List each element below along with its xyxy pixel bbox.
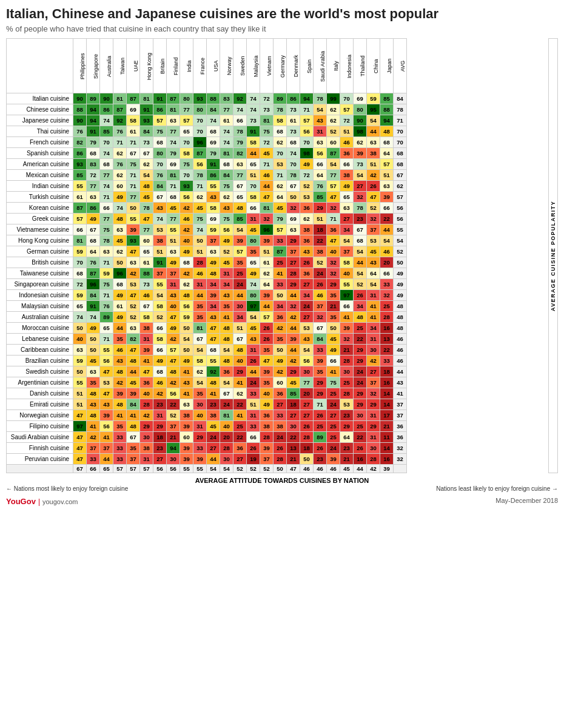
data-cell: 54 bbox=[193, 345, 207, 356]
data-cell: 68 bbox=[220, 159, 233, 170]
data-cell: 58 bbox=[140, 312, 153, 323]
data-cell: 33 bbox=[113, 443, 127, 454]
data-cell: 91 bbox=[247, 126, 260, 137]
data-cell: 59 bbox=[180, 312, 193, 323]
table-row: Turkish cuisine6163714977456768566243626… bbox=[7, 192, 407, 203]
data-cell: 27 bbox=[300, 410, 314, 421]
data-cell: 78 bbox=[354, 203, 367, 214]
data-cell: 44 bbox=[287, 323, 300, 334]
table-row: Greek cuisine574977485547747746756975853… bbox=[7, 214, 407, 224]
data-cell: 28 bbox=[140, 399, 153, 410]
data-cell: 21 bbox=[167, 432, 180, 443]
data-cell: 45 bbox=[127, 377, 140, 388]
data-cell: 35 bbox=[314, 366, 327, 377]
data-cell: 66 bbox=[100, 203, 113, 214]
table-row: Japanese cuisine909474925893576357707461… bbox=[7, 115, 407, 126]
date-label: May-December 2018 bbox=[495, 497, 558, 504]
data-cell: 31 bbox=[153, 410, 167, 421]
data-cell: 42 bbox=[367, 356, 380, 366]
data-cell: 23 bbox=[314, 454, 327, 465]
data-cell: 74 bbox=[87, 312, 100, 323]
data-cell: 52 bbox=[300, 181, 314, 192]
avg-cell: 78 bbox=[394, 104, 407, 115]
data-cell: 50 bbox=[73, 366, 87, 377]
data-cell: 68 bbox=[207, 126, 220, 137]
data-cell: 31 bbox=[193, 279, 207, 290]
data-cell: 48 bbox=[220, 323, 233, 334]
data-cell: 39 bbox=[380, 192, 394, 203]
row-label-taiwanese-cuisine: Taiwanese cuisine bbox=[7, 268, 73, 279]
data-cell: 61 bbox=[73, 192, 87, 203]
data-cell: 85 bbox=[100, 126, 113, 137]
data-cell: 30 bbox=[220, 454, 233, 465]
data-cell: 44 bbox=[260, 301, 274, 312]
data-cell: 40 bbox=[73, 334, 87, 345]
data-cell: 38 bbox=[140, 443, 153, 454]
col-avg-cell: 42 bbox=[367, 465, 380, 473]
row-label-french-cuisine: French cuisine bbox=[7, 137, 73, 148]
data-cell: 41 bbox=[100, 432, 113, 443]
right-arrow-label: Nations least likely to enjoy foreign cu… bbox=[436, 485, 558, 492]
data-cell: 42 bbox=[127, 268, 140, 279]
data-cell: 74 bbox=[153, 214, 167, 224]
data-cell: 61 bbox=[140, 257, 153, 268]
data-cell: 50 bbox=[327, 323, 340, 334]
data-cell: 80 bbox=[247, 290, 260, 301]
data-cell: 71 bbox=[260, 159, 274, 170]
data-cell: 42 bbox=[180, 224, 193, 235]
data-cell: 41 bbox=[113, 410, 127, 421]
data-cell: 48 bbox=[87, 410, 100, 421]
data-cell: 48 bbox=[180, 290, 193, 301]
data-cell: 52 bbox=[367, 203, 380, 214]
data-cell: 53 bbox=[367, 235, 380, 246]
data-cell: 31 bbox=[367, 410, 380, 421]
data-cell: 58 bbox=[127, 115, 140, 126]
data-cell: 52 bbox=[220, 246, 233, 257]
data-cell: 42 bbox=[113, 377, 127, 388]
left-label-text: Nations most likely to enjoy foreign cui… bbox=[14, 485, 128, 492]
data-cell: 94 bbox=[167, 443, 180, 454]
data-cell: 74 bbox=[100, 181, 113, 192]
data-cell: 64 bbox=[367, 268, 380, 279]
data-cell: 69 bbox=[287, 214, 300, 224]
data-cell: 91 bbox=[153, 93, 167, 104]
data-cell: 77 bbox=[300, 377, 314, 388]
data-cell: 51 bbox=[233, 323, 247, 334]
data-cell: 90 bbox=[354, 115, 367, 126]
data-cell: 27 bbox=[287, 257, 300, 268]
data-cell: 72 bbox=[260, 93, 274, 104]
col-header-malaysia: Malaysia bbox=[247, 39, 260, 93]
data-cell: 61 bbox=[287, 115, 300, 126]
data-cell: 99 bbox=[327, 93, 340, 104]
side-label-container: AVERAGE CUISINE POPULARITY bbox=[548, 38, 558, 473]
data-cell: 28 bbox=[300, 432, 314, 443]
data-cell: 28 bbox=[193, 257, 207, 268]
data-cell: 62 bbox=[113, 246, 127, 257]
data-cell: 38 bbox=[207, 410, 220, 421]
data-cell: 74 bbox=[247, 93, 260, 104]
data-cell: 65 bbox=[247, 257, 260, 268]
data-cell: 25 bbox=[327, 388, 340, 399]
data-cell: 26 bbox=[314, 443, 327, 454]
data-cell: 37 bbox=[100, 443, 113, 454]
data-cell: 85 bbox=[73, 170, 87, 181]
data-cell: 76 bbox=[153, 170, 167, 181]
data-cell: 47 bbox=[367, 192, 380, 203]
data-cell: 68 bbox=[87, 235, 100, 246]
data-cell: 57 bbox=[233, 246, 247, 257]
data-cell: 49 bbox=[207, 257, 220, 268]
data-cell: 24 bbox=[207, 432, 220, 443]
data-cell: 66 bbox=[327, 356, 340, 366]
data-cell: 32 bbox=[314, 312, 327, 323]
data-cell: 44 bbox=[127, 366, 140, 377]
data-cell: 96 bbox=[193, 137, 207, 148]
data-cell: 63 bbox=[87, 192, 100, 203]
data-cell: 91 bbox=[153, 257, 167, 268]
data-cell: 54 bbox=[367, 115, 380, 126]
data-cell: 56 bbox=[193, 159, 207, 170]
data-cell: 49 bbox=[87, 323, 100, 334]
data-cell: 29 bbox=[140, 421, 153, 432]
data-cell: 35 bbox=[220, 301, 233, 312]
data-cell: 31 bbox=[167, 279, 180, 290]
data-cell: 22 bbox=[354, 432, 367, 443]
